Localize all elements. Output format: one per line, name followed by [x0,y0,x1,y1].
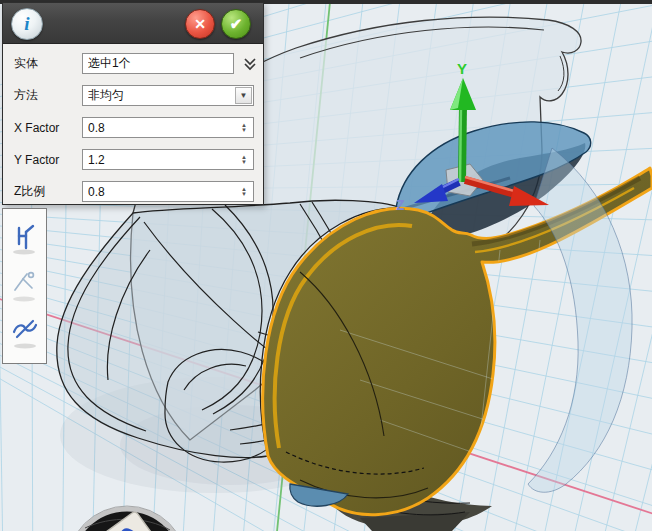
z-scale-input[interactable] [83,182,253,201]
application-window: Y Z i ✕ ✔ [0,0,652,531]
fit-curve-tool-button[interactable] [8,313,42,353]
dropdown-arrow-icon[interactable]: ▼ [235,87,252,104]
y-factor-spinner[interactable]: ▲▼ [238,150,250,169]
x-factor-input[interactable] [83,118,253,137]
method-value[interactable] [83,86,253,105]
origin-logo-badge [67,506,187,531]
measure-angle-tool-button[interactable] [8,266,42,306]
x-factor-label: X Factor [14,121,82,135]
entity-row: 实体 [14,53,254,74]
z-scale-row: Z比例 ▲▼ [14,181,254,202]
cancel-button[interactable]: ✕ [185,9,215,39]
match-constraint-tool-button[interactable] [8,219,42,259]
x-factor-spinner[interactable]: ▲▼ [238,118,250,137]
entity-input[interactable] [83,54,233,73]
double-chevron-down-icon[interactable] [242,56,258,72]
y-axis-label: Y [457,60,467,77]
measure-angle-icon [10,269,40,303]
entity-field[interactable] [82,53,234,74]
info-icon: i [11,8,43,40]
match-constraint-icon [10,222,40,256]
y-factor-input[interactable] [83,150,253,169]
fit-curve-icon [10,316,40,350]
x-factor-field[interactable]: ▲▼ [82,117,254,138]
x-factor-row: X Factor ▲▼ [14,117,254,138]
entity-label: 实体 [14,55,82,72]
dialog-titlebar: i ✕ ✔ [3,3,263,44]
z-scale-field[interactable]: ▲▼ [82,181,254,202]
z-axis-label: Z [396,197,405,213]
y-factor-field[interactable]: ▲▼ [82,149,254,170]
side-toolbar [2,208,47,364]
confirm-button[interactable]: ✔ [221,9,251,39]
method-label: 方法 [14,87,82,104]
y-factor-label: Y Factor [14,153,82,167]
method-dropdown[interactable]: ▼ [82,85,254,106]
y-factor-row: Y Factor ▲▼ [14,149,254,170]
scale-dialog: i ✕ ✔ 实体 方法 ▼ [2,2,264,205]
z-scale-label: Z比例 [14,183,82,200]
z-scale-spinner[interactable]: ▲▼ [238,182,250,201]
method-row: 方法 ▼ [14,85,254,106]
